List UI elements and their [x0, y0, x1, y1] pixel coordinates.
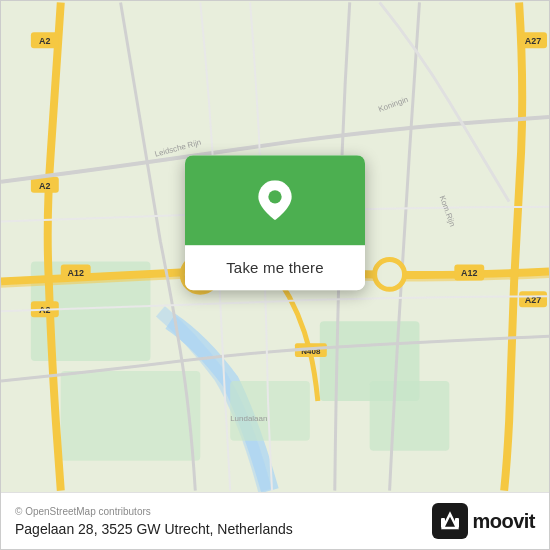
address-label: Pagelaan 28, 3525 GW Utrecht, Netherland…: [15, 521, 293, 537]
address-section: © OpenStreetMap contributors Pagelaan 28…: [15, 506, 293, 537]
svg-marker-29: [443, 514, 457, 528]
popup-map-section: [185, 155, 365, 245]
location-popup: Take me there: [185, 155, 365, 290]
svg-text:A2: A2: [39, 181, 50, 191]
svg-point-22: [375, 259, 405, 289]
svg-rect-30: [455, 518, 459, 528]
take-me-there-button[interactable]: Take me there: [185, 245, 365, 290]
map-attribution: © OpenStreetMap contributors: [15, 506, 293, 517]
svg-text:Kom.Rijn: Kom.Rijn: [438, 194, 458, 227]
svg-text:Koningin: Koningin: [377, 95, 409, 114]
svg-point-27: [268, 190, 281, 203]
svg-text:A27: A27: [525, 36, 541, 46]
location-pin-icon: [255, 180, 295, 220]
map-area: A12 A12 A2 A2 A2 A27 A27 N408: [1, 1, 549, 492]
moovit-brand-text: moovit: [472, 510, 535, 533]
svg-text:Lundalaan: Lundalaan: [230, 414, 267, 423]
svg-text:A2: A2: [39, 36, 50, 46]
app-container: A12 A12 A2 A2 A2 A27 A27 N408: [0, 0, 550, 550]
bottom-bar: © OpenStreetMap contributors Pagelaan 28…: [1, 492, 549, 549]
svg-rect-3: [370, 381, 450, 451]
svg-rect-2: [61, 371, 200, 461]
svg-text:A12: A12: [68, 268, 84, 278]
moovit-icon: [432, 503, 468, 539]
svg-text:A12: A12: [461, 268, 477, 278]
moovit-logo: moovit: [432, 503, 535, 539]
